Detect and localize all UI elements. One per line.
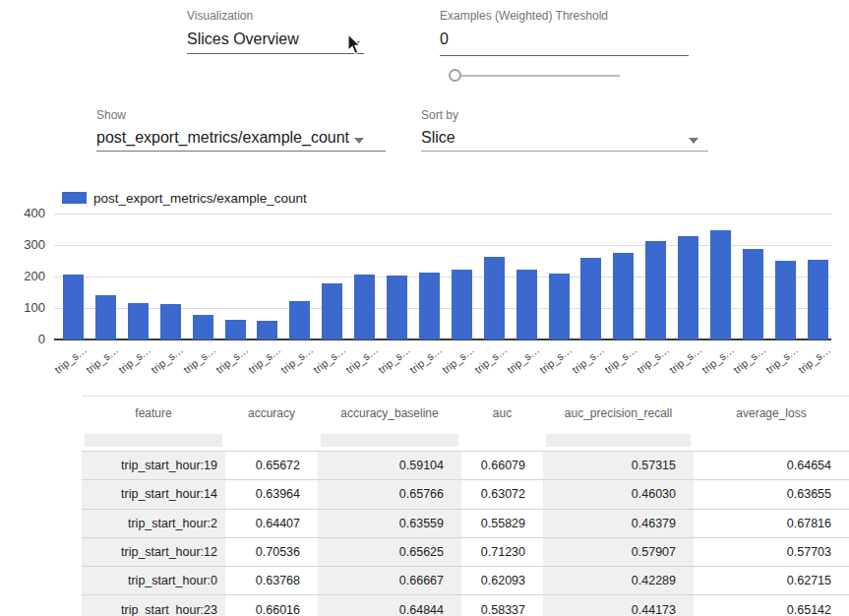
cell-feature[interactable]: trip_start_hour:0 — [82, 567, 225, 595]
bar[interactable] — [257, 321, 277, 339]
cell-feature[interactable]: trip_start_hour:19 — [82, 452, 225, 480]
slider-track[interactable] — [454, 75, 620, 77]
bar[interactable] — [710, 230, 731, 339]
cell-auc[interactable]: 0.63072 — [461, 480, 543, 509]
threshold-label: Examples (Weighted) Threshold — [440, 9, 608, 23]
column-header-feature[interactable]: feature — [82, 397, 225, 430]
filter-box[interactable] — [85, 434, 222, 447]
cell-auc[interactable]: 0.58337 — [461, 595, 543, 616]
table-row[interactable]: trip_start_hour:230.660160.648440.583370… — [82, 595, 849, 616]
bar[interactable] — [387, 276, 407, 339]
bar[interactable] — [516, 270, 537, 339]
bar[interactable] — [743, 249, 763, 339]
bar[interactable] — [95, 295, 116, 339]
column-header-accuracy_baseline[interactable]: accuracy_baseline — [318, 397, 461, 430]
cell-feature[interactable]: trip_start_hour:14 — [82, 480, 225, 509]
bar[interactable] — [160, 304, 181, 339]
bar[interactable] — [452, 270, 472, 339]
filter-cell[interactable] — [694, 429, 849, 452]
mouse-cursor-icon — [346, 33, 362, 56]
cell-accuracy_baseline[interactable]: 0.59104 — [318, 452, 461, 480]
cell-auc[interactable]: 0.62093 — [461, 567, 543, 595]
cell-auc[interactable]: 0.71230 — [461, 537, 543, 566]
cell-auc[interactable]: 0.66079 — [461, 452, 543, 480]
cell-accuracy[interactable]: 0.64407 — [225, 509, 318, 537]
filter-box[interactable] — [321, 434, 458, 447]
cell-average_loss[interactable]: 0.65142 — [694, 595, 849, 616]
cell-average_loss[interactable]: 0.62715 — [694, 567, 849, 595]
bar[interactable] — [808, 260, 828, 339]
cell-average_loss[interactable]: 0.57703 — [694, 537, 849, 566]
cell-feature[interactable]: trip_start_hour:23 — [82, 595, 225, 616]
filter-cell[interactable] — [543, 429, 694, 452]
column-header-accuracy[interactable]: accuracy — [225, 397, 318, 430]
cell-average_loss[interactable]: 0.63655 — [694, 480, 849, 509]
cell-average_loss[interactable]: 0.67816 — [694, 509, 849, 537]
cell-accuracy[interactable]: 0.70536 — [225, 537, 318, 566]
filter-cell[interactable] — [225, 429, 318, 452]
table-row[interactable]: trip_start_hour:00.637680.666670.620930.… — [82, 567, 849, 595]
cell-accuracy_baseline[interactable]: 0.65766 — [318, 480, 461, 509]
bar[interactable] — [678, 236, 698, 339]
sort-by-select[interactable]: Slice — [421, 129, 455, 147]
cell-average_loss[interactable]: 0.64654 — [694, 452, 849, 480]
bar[interactable] — [193, 315, 213, 339]
column-header-auc[interactable]: auc — [461, 397, 543, 430]
bar[interactable] — [775, 261, 796, 339]
visualization-underline — [187, 53, 364, 54]
cell-feature[interactable]: trip_start_hour:2 — [82, 509, 225, 537]
visualization-label: Visualization — [187, 9, 253, 23]
slices-overview-page: Visualization Slices Overview Examples (… — [0, 0, 849, 616]
bar[interactable] — [289, 301, 310, 339]
cell-auc_precision_recall[interactable]: 0.46379 — [543, 509, 694, 537]
bar[interactable] — [419, 273, 440, 339]
bar[interactable] — [322, 283, 342, 339]
filter-box[interactable] — [546, 434, 691, 447]
bar[interactable] — [225, 320, 246, 339]
bar[interactable] — [580, 258, 601, 339]
cell-accuracy_baseline[interactable]: 0.63559 — [318, 509, 461, 537]
column-header-auc_precision_recall[interactable]: auc_precision_recall — [543, 397, 694, 430]
filter-cell[interactable] — [318, 429, 461, 452]
slider-handle[interactable] — [449, 69, 461, 82]
chevron-down-icon[interactable] — [354, 138, 364, 144]
filter-cell[interactable] — [461, 429, 543, 452]
column-header-average_loss[interactable]: average_loss — [694, 397, 849, 430]
threshold-input[interactable]: 0 — [440, 31, 449, 48]
table-row[interactable]: trip_start_hour:140.639640.657660.630720… — [82, 480, 849, 509]
cell-accuracy[interactable]: 0.63964 — [225, 480, 318, 509]
cell-auc_precision_recall[interactable]: 0.44173 — [543, 595, 694, 616]
show-select[interactable]: post_export_metrics/example_count — [96, 129, 349, 147]
bar[interactable] — [128, 303, 149, 339]
bar[interactable] — [549, 274, 570, 339]
cell-accuracy_baseline[interactable]: 0.64844 — [318, 595, 461, 616]
cell-accuracy[interactable]: 0.63768 — [225, 567, 318, 595]
cell-auc_precision_recall[interactable]: 0.57907 — [543, 537, 694, 566]
visualization-select[interactable]: Slices Overview — [187, 31, 299, 48]
table-header: featureaccuracyaccuracy_baselineaucauc_p… — [82, 397, 849, 430]
show-label: Show — [96, 108, 126, 122]
threshold-underline — [440, 55, 689, 56]
filter-row — [82, 429, 849, 452]
y-tick-label: 300 — [0, 237, 45, 252]
cell-accuracy_baseline[interactable]: 0.66667 — [318, 567, 461, 595]
cell-auc_precision_recall[interactable]: 0.42289 — [543, 567, 694, 595]
bar[interactable] — [354, 275, 375, 339]
table-row[interactable]: trip_start_hour:20.644070.635590.558290.… — [82, 509, 849, 537]
cell-accuracy_baseline[interactable]: 0.65625 — [318, 537, 461, 566]
cell-auc_precision_recall[interactable]: 0.57315 — [543, 452, 694, 480]
cell-feature[interactable]: trip_start_hour:12 — [82, 537, 225, 566]
cell-accuracy[interactable]: 0.65672 — [225, 452, 318, 480]
bar[interactable] — [613, 253, 634, 339]
bar[interactable] — [63, 275, 84, 339]
chevron-down-icon[interactable] — [689, 138, 698, 144]
y-tick-label: 100 — [0, 300, 45, 315]
bar[interactable] — [645, 241, 666, 339]
table-row[interactable]: trip_start_hour:190.656720.591040.660790… — [82, 452, 849, 480]
cell-accuracy[interactable]: 0.66016 — [225, 595, 318, 616]
cell-auc_precision_recall[interactable]: 0.46030 — [543, 480, 694, 509]
cell-auc[interactable]: 0.55829 — [461, 509, 543, 537]
bar[interactable] — [484, 257, 505, 339]
filter-cell[interactable] — [82, 429, 225, 452]
table-row[interactable]: trip_start_hour:120.705360.656250.712300… — [82, 537, 849, 566]
